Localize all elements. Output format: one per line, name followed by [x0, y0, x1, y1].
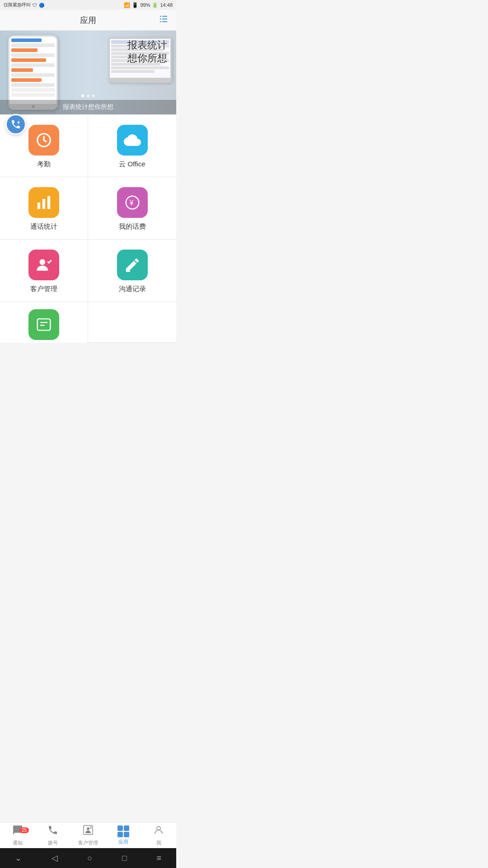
attendance-icon: [28, 125, 59, 156]
monitor-stand: [110, 78, 170, 81]
call-stats-icon: [28, 187, 59, 218]
banner-caption: 报表统计想你所想: [0, 100, 176, 114]
wifi-icon: 📶: [124, 2, 130, 8]
svg-rect-10: [47, 196, 50, 209]
svg-rect-5: [162, 21, 167, 22]
banner-dot-3[interactable]: [92, 94, 95, 97]
cloud-office-icon: 云: [117, 125, 148, 156]
svg-rect-0: [160, 16, 161, 17]
partial-icon: [28, 309, 59, 340]
app-header: 应用: [0, 10, 176, 31]
svg-text:云: 云: [129, 139, 134, 145]
svg-point-13: [40, 259, 46, 265]
page-title: 应用: [80, 15, 96, 26]
banner: 报表统计 想你所想 报表统计想你所想: [0, 31, 176, 114]
app-cell-my-bill[interactable]: ¥ 我的话费: [88, 177, 176, 240]
status-right: 📶 📱 99% 🔋 14:48: [124, 2, 173, 8]
status-bar: 仅限紧急呼叫 🛡 🔵 📶 📱 99% 🔋 14:48: [0, 0, 176, 10]
banner-dots: [81, 94, 95, 97]
customer-mgmt-icon: [28, 250, 59, 280]
customer-mgmt-label: 客户管理: [30, 285, 57, 293]
svg-rect-4: [160, 21, 161, 22]
app-cell-call-stats[interactable]: 通话统计: [0, 177, 88, 240]
svg-rect-9: [42, 199, 45, 209]
app-cell-comm-records[interactable]: 沟通记录: [88, 240, 176, 302]
battery-pct: 99%: [140, 2, 150, 8]
svg-rect-2: [160, 19, 161, 19]
app-grid: 考勤 云 云 Office 通话统计 ¥ 我的话费: [0, 114, 176, 343]
phone-screen: [9, 37, 56, 104]
clock: 14:48: [160, 2, 173, 8]
call-stats-label: 通话统计: [30, 222, 57, 231]
comm-records-label: 沟通记录: [119, 285, 146, 293]
my-bill-icon: ¥: [117, 187, 148, 218]
banner-caption-text: 报表统计想你所想: [63, 103, 113, 111]
app-cell-cloud-office[interactable]: 云 云 Office: [88, 115, 176, 177]
banner-dot-2[interactable]: [87, 94, 89, 97]
battery-icon: 🔋: [152, 2, 158, 8]
banner-text-line2: 想你所想: [127, 52, 167, 65]
app-cell-customer-mgmt[interactable]: 客户管理: [0, 240, 88, 302]
status-shield-icon: 🛡: [33, 3, 37, 8]
cloud-office-label: 云 Office: [119, 160, 145, 169]
my-bill-label: 我的话费: [119, 222, 146, 231]
app-cell-partial-empty: [88, 302, 176, 343]
banner-text-line1: 报表统计: [127, 39, 167, 52]
svg-rect-3: [162, 19, 167, 19]
status-extra-icon: 🔵: [39, 3, 44, 8]
svg-rect-8: [38, 203, 40, 209]
status-left: 仅限紧急呼叫 🛡 🔵: [4, 2, 44, 8]
call-fab-button[interactable]: [5, 114, 26, 135]
attendance-label: 考勤: [37, 160, 51, 169]
svg-text:¥: ¥: [129, 199, 133, 207]
svg-rect-15: [38, 319, 51, 330]
banner-dot-1[interactable]: [81, 94, 84, 97]
comm-records-icon: [117, 250, 148, 280]
banner-phone-mockup: [8, 35, 58, 110]
app-cell-partial-green[interactable]: [0, 302, 88, 343]
list-icon[interactable]: [158, 14, 169, 27]
status-emergency-text: 仅限紧急呼叫: [4, 2, 31, 8]
banner-text: 报表统计 想你所想: [127, 39, 167, 65]
signal-icon: 📱: [132, 2, 138, 8]
svg-rect-1: [162, 16, 167, 17]
